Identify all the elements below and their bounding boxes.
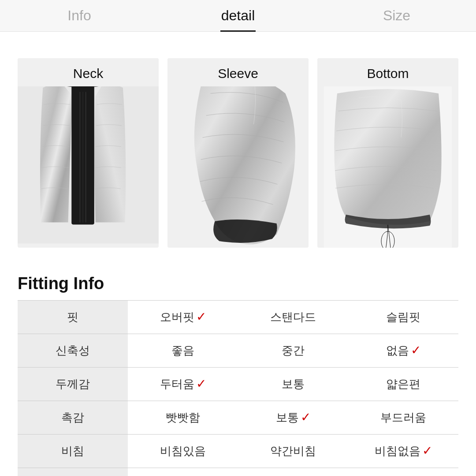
row-cell: 슬림핏	[348, 301, 458, 334]
row-cell: 보통	[238, 468, 348, 476]
neck-image	[18, 58, 159, 248]
row-header: 무게감	[18, 468, 128, 476]
check-icon: ✓	[196, 377, 206, 390]
neck-card: Neck	[18, 58, 159, 248]
check-icon: ✓	[411, 343, 421, 357]
row-cell: 있음✓	[128, 468, 238, 476]
fitting-table: 핏오버핏✓스탠다드슬림핏신축성좋음중간없음✓두께감두터움✓보통얇은편촉감빳빳함보…	[18, 300, 458, 476]
row-header: 두께감	[18, 368, 128, 401]
row-header: 신축성	[18, 334, 128, 368]
row-cell: 보통✓	[238, 401, 348, 435]
row-cell: 보통	[238, 368, 348, 401]
sleeve-label: Sleeve	[167, 58, 309, 86]
row-cell: 좋음	[128, 334, 238, 368]
row-header: 비침	[18, 435, 128, 468]
row-header: 촉감	[18, 401, 128, 435]
row-cell: 빳빳함	[128, 401, 238, 435]
check-icon: ✓	[301, 410, 311, 424]
row-cell: 스탠다드	[238, 301, 348, 334]
neck-label: Neck	[18, 58, 159, 86]
tab-size-label: Size	[383, 7, 410, 23]
table-row: 비침비침있음약간비침비침없음✓	[18, 435, 458, 468]
tab-detail[interactable]: detail	[159, 0, 317, 32]
row-cell: 얇은편	[348, 368, 458, 401]
fitting-info-title: Fitting Info	[18, 274, 458, 293]
row-cell: 약간비침	[238, 435, 348, 468]
sleeve-image	[167, 58, 309, 248]
main-content: Neck	[0, 32, 476, 476]
row-cell: 두터움✓	[128, 368, 238, 401]
bottom-label: Bottom	[317, 58, 458, 86]
bottom-card: Bottom	[317, 58, 458, 248]
tab-detail-label: detail	[221, 7, 255, 23]
table-row: 무게감있음✓보통가벼움	[18, 468, 458, 476]
row-cell: 부드러움	[348, 401, 458, 435]
tab-size[interactable]: Size	[317, 0, 476, 32]
row-cell: 비침있음	[128, 435, 238, 468]
table-row: 신축성좋음중간없음✓	[18, 334, 458, 368]
check-icon: ✓	[422, 444, 432, 457]
tab-info[interactable]: Info	[0, 0, 159, 32]
row-cell: 없음✓	[348, 334, 458, 368]
sleeve-card: Sleeve	[167, 58, 309, 248]
tab-info-label: Info	[67, 7, 91, 23]
tab-bar: Info detail Size	[0, 0, 476, 32]
row-cell: 오버핏✓	[128, 301, 238, 334]
bottom-image	[317, 58, 458, 248]
table-row: 촉감빳빳함보통✓부드러움	[18, 401, 458, 435]
row-cell: 비침없음✓	[348, 435, 458, 468]
table-row: 핏오버핏✓스탠다드슬림핏	[18, 301, 458, 334]
check-icon: ✓	[196, 310, 206, 324]
row-header: 핏	[18, 301, 128, 334]
detail-images: Neck	[18, 58, 458, 248]
row-cell: 가벼움	[348, 468, 458, 476]
table-row: 두께감두터움✓보통얇은편	[18, 368, 458, 401]
row-cell: 중간	[238, 334, 348, 368]
